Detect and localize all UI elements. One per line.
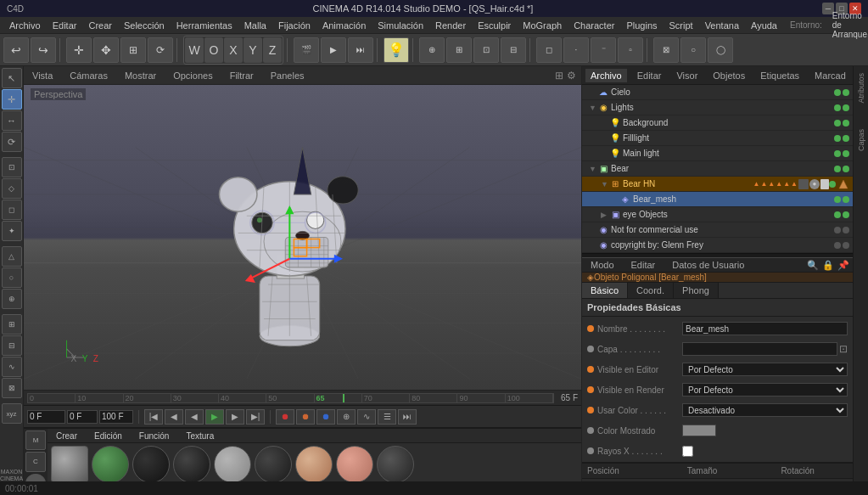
menu-editar[interactable]: Editar bbox=[47, 19, 83, 32]
render-view-btn[interactable]: ▶ bbox=[321, 37, 346, 63]
vp-tab-camaras[interactable]: Cámaras bbox=[66, 69, 111, 82]
bear-expand[interactable]: ▼ bbox=[589, 165, 597, 173]
eyeobj-vis-editor[interactable] bbox=[834, 211, 841, 218]
tool-12[interactable]: xyz bbox=[2, 403, 22, 424]
prop-usar-color-select[interactable]: Desactivado Siempre Auto bbox=[682, 403, 848, 417]
prop-color-swatch[interactable] bbox=[682, 425, 716, 436]
live-select-btn[interactable]: ✛ bbox=[66, 37, 92, 63]
cielo-vis-editor[interactable] bbox=[834, 89, 841, 96]
bearhn-tag-5[interactable]: ▲ bbox=[783, 180, 790, 188]
menu-malla[interactable]: Malla bbox=[238, 19, 272, 32]
bearhn-tag-2[interactable]: ▲ bbox=[760, 180, 767, 188]
obj-row-cielo[interactable]: ☁ Cielo bbox=[582, 85, 853, 100]
mat-tab-edicion[interactable]: Edición bbox=[91, 431, 126, 441]
record-btn[interactable]: ⏺ bbox=[276, 409, 294, 425]
tool-move[interactable]: ✛ bbox=[2, 89, 22, 110]
min-frame-input[interactable] bbox=[67, 410, 98, 424]
bg-vis-editor[interactable] bbox=[834, 120, 841, 127]
eyeobj-expand[interactable]: ▶ bbox=[601, 211, 609, 219]
tool-11[interactable]: ⊠ bbox=[2, 378, 22, 398]
menu-character[interactable]: Character bbox=[568, 19, 620, 32]
axis-btn[interactable]: ⊡ bbox=[473, 37, 499, 63]
move-btn[interactable]: ✥ bbox=[93, 37, 119, 63]
undo-btn[interactable]: ↩ bbox=[3, 37, 29, 63]
props-mode-datos[interactable]: Datos de Usuario bbox=[667, 258, 749, 272]
obj-row-bearmesh[interactable]: ◈ Bear_mesh bbox=[582, 192, 853, 207]
poly-mode-btn[interactable]: ▫ bbox=[618, 37, 643, 63]
eyeobj-vis-render[interactable] bbox=[843, 211, 849, 218]
props-tab-phong[interactable]: Phong bbox=[674, 283, 719, 298]
vp-tab-mostrar[interactable]: Mostrar bbox=[121, 69, 160, 82]
rotate-btn[interactable]: ⟳ bbox=[148, 37, 173, 63]
coord-y[interactable]: Y bbox=[244, 37, 262, 63]
menu-archivo[interactable]: Archivo bbox=[3, 19, 47, 32]
bg-vis-render[interactable] bbox=[843, 120, 849, 127]
menu-animacion[interactable]: Animación bbox=[316, 19, 372, 32]
bearhn-tag-6[interactable]: ▲ bbox=[791, 180, 798, 188]
coord-2[interactable]: X bbox=[224, 37, 243, 63]
copy-vis-editor[interactable] bbox=[834, 242, 841, 249]
bearhn-vis-render[interactable] bbox=[838, 179, 848, 189]
menu-mograph[interactable]: MoGraph bbox=[517, 19, 568, 32]
menu-seleccion[interactable]: Selección bbox=[118, 19, 171, 32]
lights-vis-render[interactable] bbox=[843, 104, 849, 111]
obj-row-copyright[interactable]: ◉ copyright by: Glenn Frey bbox=[582, 238, 853, 253]
render-region-btn[interactable]: 🎬 bbox=[294, 37, 319, 63]
mat-tab-textura[interactable]: Textura bbox=[182, 431, 217, 441]
obj-mode-btn[interactable]: ◻ bbox=[536, 37, 562, 63]
tool-10[interactable]: ∿ bbox=[2, 357, 22, 377]
bear-vis-render[interactable] bbox=[843, 166, 849, 172]
coord-z[interactable]: Z bbox=[263, 37, 282, 63]
vtab-atributos[interactable]: Atributos bbox=[855, 70, 867, 107]
play-btn[interactable]: ▶ bbox=[205, 409, 224, 425]
mat-tool-1[interactable]: M bbox=[25, 430, 46, 450]
timeline-btn[interactable]: ☰ bbox=[378, 409, 396, 425]
grid-btn[interactable]: ⊞ bbox=[446, 37, 472, 63]
bearhn-tag-8[interactable]: ● bbox=[809, 179, 820, 189]
snap-key-btn[interactable]: ⊕ bbox=[337, 409, 356, 425]
menu-script[interactable]: Script bbox=[664, 19, 699, 32]
sym-btn[interactable]: ⊟ bbox=[501, 37, 526, 63]
vp-settings-icon[interactable]: ⚙ bbox=[567, 70, 576, 82]
obj-row-eyeobjects[interactable]: ▶ ▣ eye Objects bbox=[582, 207, 853, 222]
obj-tab-visor[interactable]: Visor bbox=[671, 69, 703, 82]
prop-vis-editor-select[interactable]: Por Defecto Siempre Nunca bbox=[682, 363, 848, 376]
cielo-vis-render[interactable] bbox=[843, 89, 849, 96]
tool-4[interactable]: ✦ bbox=[2, 221, 22, 241]
lights-expand[interactable]: ▼ bbox=[589, 104, 597, 112]
prop-capa-input[interactable] bbox=[682, 342, 837, 356]
bear-vis-editor[interactable] bbox=[834, 166, 841, 172]
copy-vis-render[interactable] bbox=[843, 242, 849, 249]
viewport-3d[interactable]: X Y Z Perspectiva bbox=[24, 85, 581, 390]
vp-tab-vista[interactable]: Vista bbox=[29, 69, 56, 82]
timeline-ruler[interactable]: 0 10 20 30 40 50 65 70 80 90 100 bbox=[27, 393, 554, 403]
render-all-btn[interactable]: ⏭ bbox=[348, 37, 373, 63]
props-lock-icon[interactable]: 🔒 bbox=[822, 260, 834, 271]
filllight-vis-editor[interactable] bbox=[834, 135, 841, 142]
obj-row-background[interactable]: 💡 Background bbox=[582, 115, 853, 131]
props-mode-editar[interactable]: Editar bbox=[626, 258, 661, 272]
prop-capa-btn[interactable]: ⊡ bbox=[839, 343, 848, 355]
pts-mode-btn[interactable]: · bbox=[563, 37, 589, 63]
obj-row-mainlight[interactable]: 💡 Main light bbox=[582, 146, 853, 161]
prop-rayosx-checkbox[interactable] bbox=[682, 446, 693, 457]
obj-row-bear[interactable]: ▼ ▣ Bear bbox=[582, 161, 853, 177]
vp-tab-opciones[interactable]: Opciones bbox=[170, 69, 216, 82]
edge-mode-btn[interactable]: ⁻ bbox=[591, 37, 616, 63]
obj-row-lights[interactable]: ▼ ◉ Lights bbox=[582, 100, 853, 115]
bearmesh-vis-render[interactable] bbox=[843, 196, 849, 203]
bearhn-tag-9[interactable] bbox=[820, 179, 829, 189]
menu-simulacion[interactable]: Simulación bbox=[372, 19, 429, 32]
motion-path-btn[interactable]: ∿ bbox=[357, 409, 376, 425]
menu-herramientas[interactable]: Herramientas bbox=[171, 19, 238, 32]
scale-btn[interactable]: ⊞ bbox=[120, 37, 146, 63]
bearhn-tag-3[interactable]: ▲ bbox=[768, 180, 775, 188]
mat-tab-funcion[interactable]: Función bbox=[136, 431, 173, 441]
tool-7[interactable]: ⊕ bbox=[2, 289, 22, 309]
light-btn[interactable]: 💡 bbox=[384, 37, 409, 63]
obj-tab-archivo[interactable]: Archivo bbox=[585, 69, 627, 82]
filllight-vis-render[interactable] bbox=[843, 135, 849, 142]
tool-8[interactable]: ⊞ bbox=[2, 314, 22, 335]
play-reverse-btn[interactable]: ◀ bbox=[185, 409, 204, 425]
xray-btn[interactable]: ⊠ bbox=[653, 37, 679, 63]
